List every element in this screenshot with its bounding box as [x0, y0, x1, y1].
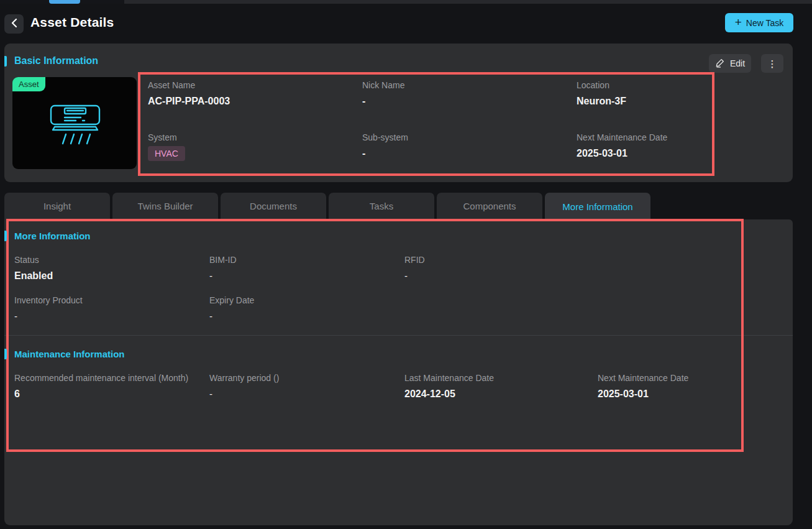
edit-label: Edit [730, 58, 745, 68]
kebab-icon: ⋮ [768, 58, 777, 69]
field-value: 2025-03-01 [598, 389, 688, 400]
tab-insight[interactable]: Insight [4, 193, 110, 219]
tab-documents[interactable]: Documents [221, 193, 326, 219]
tab-components[interactable]: Components [437, 193, 542, 219]
field-label: Recommended maintenance interval (Month) [14, 373, 188, 383]
section-accent-bar [4, 349, 7, 359]
asset-image: Asset [12, 77, 137, 169]
field-value: - [209, 311, 254, 322]
field-value: - [209, 389, 279, 400]
field-location: Location Neuron-3F [577, 80, 626, 107]
field-inventory-product: Inventory Product - [14, 295, 83, 322]
plus-icon: + [735, 16, 742, 28]
field-system: System HVAC [148, 132, 185, 161]
field-expiry-date: Expiry Date - [209, 295, 254, 322]
field-value: - [14, 311, 83, 322]
field-label: Nick Name [362, 80, 404, 90]
tab-tasks[interactable]: Tasks [329, 193, 434, 219]
field-label: Location [577, 80, 626, 90]
field-label: Last Maintenance Date [404, 373, 494, 383]
detail-tabs: Insight Twins Builder Documents Tasks Co… [4, 193, 650, 221]
field-last-maintenance-date: Last Maintenance Date 2024-12-05 [404, 373, 494, 400]
field-value: AC-PIP-PPA-0003 [148, 96, 230, 107]
field-label: Warranty period () [209, 373, 279, 383]
basic-information-title: Basic Information [14, 55, 98, 67]
chevron-left-icon [11, 19, 17, 29]
section-accent-bar [4, 56, 7, 67]
page-title: Asset Details [30, 15, 114, 30]
field-label: RFID [404, 255, 425, 265]
field-label: Asset Name [148, 80, 230, 90]
field-status: Status Enabled [14, 255, 53, 282]
more-options-button[interactable]: ⋮ [761, 54, 783, 73]
field-value: - [362, 96, 404, 107]
new-task-button[interactable]: + New Task [725, 13, 793, 32]
field-value: - [362, 148, 408, 159]
field-label: Status [14, 255, 53, 265]
field-next-maintenance-date: Next Maintenance Date 2025-03-01 [577, 132, 667, 159]
field-next-maintenance-date-2: Next Maintenance Date 2025-03-01 [598, 373, 688, 400]
air-conditioner-icon [48, 104, 102, 148]
field-value: - [209, 270, 237, 282]
more-information-title: More Information [14, 231, 91, 241]
new-task-label: New Task [746, 18, 783, 28]
field-value: 2024-12-05 [404, 389, 494, 400]
field-value: 2025-03-01 [577, 148, 667, 159]
field-label: Inventory Product [14, 295, 83, 305]
section-accent-bar [4, 231, 7, 241]
more-information-panel [4, 219, 793, 525]
field-nick-name: Nick Name - [362, 80, 404, 107]
field-maintenance-interval: Recommended maintenance interval (Month)… [14, 373, 188, 400]
asset-type-badge: Asset [12, 77, 45, 91]
section-divider [4, 335, 793, 336]
field-warranty-period: Warranty period () - [209, 373, 279, 400]
browser-tab-strip [0, 0, 812, 4]
field-label: System [148, 132, 185, 142]
maintenance-information-title: Maintenance Information [14, 349, 125, 359]
edit-button[interactable]: Edit [709, 54, 751, 73]
field-label: Next Maintenance Date [577, 132, 667, 142]
field-label: Next Maintenance Date [598, 373, 688, 383]
active-tab-indicator [49, 0, 80, 4]
field-value: - [404, 270, 425, 282]
browser-active-tab [0, 0, 124, 4]
field-sub-system: Sub-system - [362, 132, 408, 159]
field-rfid: RFID - [404, 255, 425, 282]
field-asset-name: Asset Name AC-PIP-PPA-0003 [148, 80, 230, 107]
edit-pencil-icon [715, 58, 725, 70]
system-tag-hvac: HVAC [148, 146, 185, 161]
back-button[interactable] [4, 14, 24, 34]
asset-details-page: Asset Details + New Task Basic Informati… [0, 0, 812, 529]
field-label: BIM-ID [209, 255, 237, 265]
field-value: 6 [14, 389, 188, 400]
field-bim-id: BIM-ID - [209, 255, 237, 282]
field-value: Neuron-3F [577, 96, 626, 107]
tab-twins-builder[interactable]: Twins Builder [112, 193, 218, 219]
field-value: Enabled [14, 270, 53, 282]
field-label: Expiry Date [209, 295, 254, 305]
field-label: Sub-system [362, 132, 408, 142]
tab-more-information[interactable]: More Information [545, 193, 650, 221]
